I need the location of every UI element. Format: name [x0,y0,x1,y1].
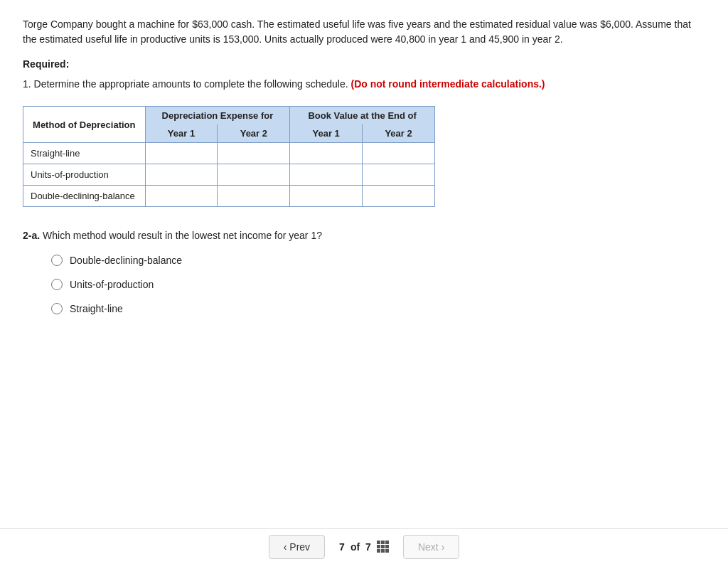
radio-label-opt1[interactable]: Double-declining-balance [70,255,182,266]
input-bv_y1-row1[interactable] [297,168,355,181]
prev-label: Prev [289,541,310,553]
cell-bv_y2-row1[interactable] [363,164,435,186]
input-dep_y2-row1[interactable] [225,168,282,181]
dep-expense-header: Depreciation Expense for [145,107,290,125]
question1-label: 1. Determine the appropriate amounts to … [23,77,705,92]
method-cell: Straight-line [23,143,146,164]
next-chevron-icon: › [441,541,445,553]
book-value-header: Book Value at the End of [290,107,435,125]
dep-year2-header: Year 2 [218,124,290,143]
input-dep_y1-row1[interactable] [153,168,210,181]
prev-chevron-icon: ‹ [284,541,287,553]
question2a-text: Which method would result in the lowest … [43,230,322,241]
radio-option: Double-declining-balance [51,255,705,266]
input-dep_y2-row0[interactable] [225,147,282,160]
input-bv_y1-row0[interactable] [297,147,355,160]
method-cell: Units-of-production [23,164,146,186]
input-bv_y1-row2[interactable] [297,189,355,203]
depreciation-table-container: Method of Depreciation Depreciation Expe… [23,106,705,207]
bottom-navigation: ‹ Prev 7 of 7 Next › [0,528,728,564]
page-current: 7 [339,541,345,553]
cell-dep_y2-row0[interactable] [218,143,290,164]
input-dep_y1-row2[interactable] [153,189,210,203]
cell-bv_y2-row2[interactable] [363,186,435,207]
cell-bv_y2-row0[interactable] [363,143,435,164]
radio-option: Straight-line [51,303,705,314]
dep-year1-header: Year 1 [145,124,218,143]
table-row: Double-declining-balance [23,186,435,207]
next-button[interactable]: Next › [403,535,459,559]
depreciation-table: Method of Depreciation Depreciation Expe… [23,106,435,207]
radio-opt2[interactable] [51,279,63,290]
input-bv_y2-row2[interactable] [370,189,427,203]
main-content: Torge Company bought a machine for $63,0… [0,0,728,384]
radio-opt3[interactable] [51,303,63,314]
input-dep_y2-row2[interactable] [225,189,282,203]
radio-option: Units-of-production [51,279,705,290]
radio-group: Double-declining-balanceUnits-of-product… [51,255,705,314]
method-cell: Double-declining-balance [23,186,146,207]
cell-dep_y2-row2[interactable] [218,186,290,207]
of-label: of [350,541,360,553]
bv-year2-header: Year 2 [363,124,435,143]
input-bv_y2-row0[interactable] [370,147,427,160]
cell-bv_y1-row1[interactable] [290,164,363,186]
table-row: Straight-line [23,143,435,164]
question1-note: (Do not round intermediate calculations.… [351,78,545,90]
next-label: Next [418,541,439,553]
prev-button[interactable]: ‹ Prev [269,535,325,559]
cell-dep_y1-row1[interactable] [145,164,218,186]
cell-bv_y1-row2[interactable] [290,186,363,207]
question1-text: 1. Determine the appropriate amounts to … [23,78,348,90]
bv-year1-header: Year 1 [290,124,363,143]
problem-text: Torge Company bought a machine for $63,0… [23,17,705,47]
input-bv_y2-row1[interactable] [370,168,427,181]
question2a-bold: 2-a. [23,230,40,241]
cell-dep_y2-row1[interactable] [218,164,290,186]
method-header: Method of Depreciation [23,107,146,143]
cell-dep_y1-row0[interactable] [145,143,218,164]
question2a-label: 2-a. Which method would result in the lo… [23,228,705,243]
radio-label-opt3[interactable]: Straight-line [70,303,123,314]
table-row: Units-of-production [23,164,435,186]
input-dep_y1-row0[interactable] [153,147,210,160]
radio-label-opt2[interactable]: Units-of-production [70,279,154,290]
page-total: 7 [365,541,371,553]
required-label: Required: [23,58,705,70]
radio-opt1[interactable] [51,255,63,266]
page-info: 7 of 7 [339,541,389,553]
cell-bv_y1-row0[interactable] [290,143,363,164]
cell-dep_y1-row2[interactable] [145,186,218,207]
grid-icon[interactable] [377,541,389,553]
